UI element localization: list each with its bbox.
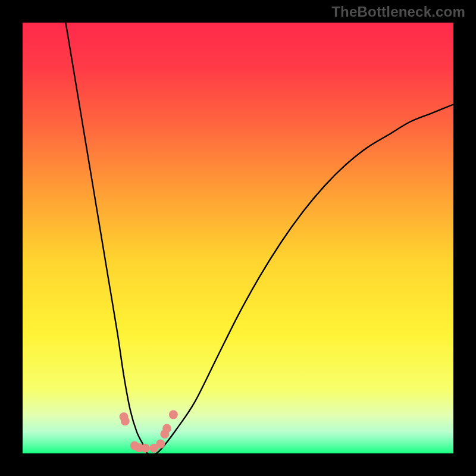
data-point xyxy=(162,424,171,433)
watermark-text: TheBottleneck.com xyxy=(331,4,465,20)
data-point xyxy=(141,444,150,453)
data-markers xyxy=(120,410,178,452)
plot-area xyxy=(23,23,453,453)
data-point xyxy=(169,410,178,419)
data-point xyxy=(156,440,165,449)
data-point xyxy=(121,416,130,425)
chart-frame: TheBottleneck.com xyxy=(0,0,476,476)
curve-layer xyxy=(23,23,453,453)
bottleneck-curve xyxy=(65,23,453,453)
